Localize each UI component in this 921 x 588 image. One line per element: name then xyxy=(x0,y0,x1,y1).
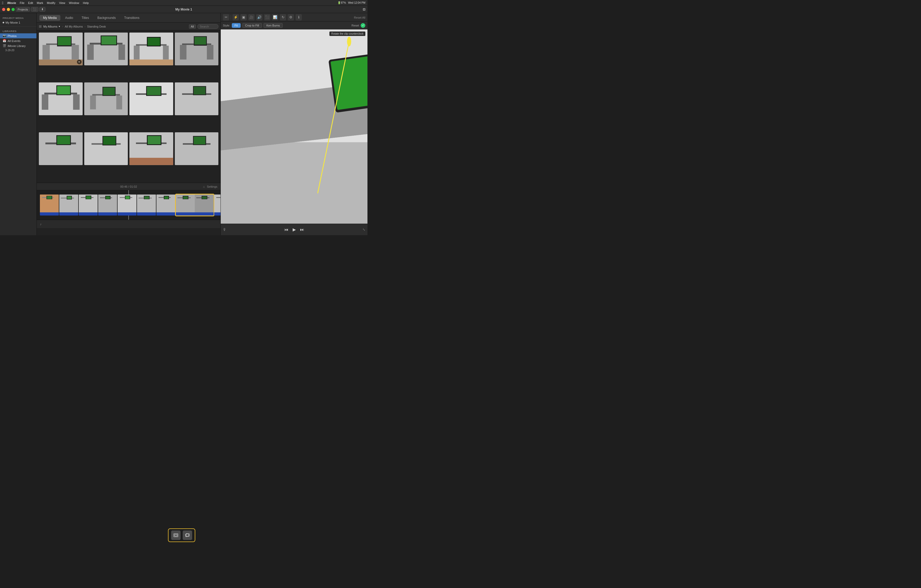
timeline-clip-5[interactable] xyxy=(117,194,137,215)
photo-thumb-3[interactable] xyxy=(129,33,173,65)
battery-icon: 🔋97% xyxy=(337,1,346,4)
svg-rect-41 xyxy=(147,87,161,95)
timeline-time: 00:46 / 01:02 xyxy=(120,185,137,188)
app-wrapper:  iMovie File Edit Mark Modify View Wind… xyxy=(0,0,368,235)
titlebar: Projects ⬛ ⬇ My Movie 1 ⊡ xyxy=(0,6,368,13)
grid-view-icon[interactable]: ⊞ xyxy=(39,24,42,28)
menubar-right: 🔋97% Wed 12:04 PM xyxy=(337,1,365,4)
top-nav: My Media Audio Titles Backgrounds Transi… xyxy=(37,13,220,23)
apple-menu[interactable]:  xyxy=(2,1,3,5)
crop-tool-btn[interactable]: ✂ xyxy=(223,14,229,21)
svg-rect-82 xyxy=(125,196,130,199)
menu-mark[interactable]: Mark xyxy=(37,1,43,5)
menu-modify[interactable]: Modify xyxy=(47,1,55,5)
view-toggle-button[interactable]: ⬛ xyxy=(31,7,38,11)
photo-thumb-9[interactable] xyxy=(39,132,83,165)
photo-thumb-10[interactable] xyxy=(84,132,128,165)
svg-rect-108 xyxy=(221,142,368,224)
style-label: Style: xyxy=(223,24,230,27)
play-pause-btn[interactable]: ▶ xyxy=(293,227,296,232)
minimize-button[interactable] xyxy=(7,8,10,11)
camera-tool-btn[interactable]: 🎥 xyxy=(248,14,255,21)
expand-btn[interactable]: ⤡ xyxy=(363,228,365,231)
stats-tool-btn[interactable]: 📊 xyxy=(272,14,278,21)
photo-thumb-2[interactable] xyxy=(84,33,128,65)
body-main: PROJECT MEDIA My Movie 1 LIBRARIES 📷 Pho… xyxy=(0,13,368,235)
crop-to-fill-btn[interactable]: Crop to Fill xyxy=(242,23,262,28)
timeline-clip-1[interactable] xyxy=(40,194,59,215)
add-btn-1[interactable]: + xyxy=(77,60,81,64)
photo-thumb-12[interactable] xyxy=(175,132,219,165)
menu-imovie[interactable]: iMovie xyxy=(7,1,16,5)
sidebar-item-allevents[interactable]: 📅 All Events xyxy=(0,38,36,43)
titlebar-buttons: Projects ⬛ ⬇ xyxy=(16,7,46,11)
fullscreen-button[interactable] xyxy=(11,8,15,11)
done-btn[interactable]: ✓ xyxy=(361,23,365,28)
color-tool-btn[interactable]: ⚡ xyxy=(233,14,239,21)
tab-backgrounds[interactable]: Backgrounds xyxy=(94,15,119,21)
fit-btn[interactable]: Fit xyxy=(232,23,241,28)
sidebar-subitem-date[interactable]: 3-28-20 xyxy=(0,48,36,52)
svg-rect-98 xyxy=(202,196,207,199)
photo-thumb-5[interactable] xyxy=(39,82,83,115)
clip-bar-1 xyxy=(40,212,59,215)
tab-audio[interactable]: Audio xyxy=(62,15,77,21)
photo-thumb-1[interactable]: + xyxy=(39,33,83,65)
svg-rect-37 xyxy=(116,96,122,109)
tab-my-media[interactable]: My Media xyxy=(39,15,60,21)
tab-titles[interactable]: Titles xyxy=(78,15,93,21)
rotate-tool-btn[interactable]: ↻ xyxy=(280,14,286,21)
prev-frame-btn[interactable]: ⏮ xyxy=(284,227,288,232)
fullscreen-icon[interactable]: ⊡ xyxy=(363,8,365,11)
projects-button[interactable]: Projects xyxy=(16,7,30,11)
title: My Movie 1 xyxy=(175,8,192,11)
photo-thumb-6[interactable] xyxy=(84,82,128,115)
filter-dropdown[interactable]: All xyxy=(189,24,196,29)
menu-file[interactable]: File xyxy=(20,1,24,5)
timeline-clip-7[interactable] xyxy=(156,194,175,215)
clip-bar-5 xyxy=(117,212,137,215)
search-input[interactable] xyxy=(197,24,218,29)
sidebar-item-mymovie[interactable]: My Movie 1 xyxy=(0,20,36,25)
photo-thumb-11[interactable] xyxy=(129,132,173,165)
clip-bar-4 xyxy=(98,212,117,215)
clip-bar-8 xyxy=(176,212,214,215)
tab-transitions[interactable]: Transitions xyxy=(120,15,143,21)
my-albums-button[interactable]: My Albums ▼ xyxy=(43,25,61,28)
info-tool-btn[interactable]: ℹ xyxy=(296,14,302,21)
video-tool-btn[interactable]: ▣ xyxy=(241,14,247,21)
svg-rect-78 xyxy=(106,196,110,199)
all-albums-link[interactable]: All My Albums xyxy=(65,25,83,28)
menu-edit[interactable]: Edit xyxy=(28,1,33,5)
photo-thumb-8[interactable] xyxy=(175,82,219,115)
sidebar-item-photos[interactable]: 📷 Photos xyxy=(0,33,36,38)
settings-tool-btn[interactable]: ⚙ xyxy=(288,14,294,21)
timeline-header-right: ⌂ Settings xyxy=(203,185,217,188)
timeline-clip-2[interactable] xyxy=(59,194,78,215)
mic-button[interactable]: 🎙 xyxy=(223,228,226,232)
reset-btn[interactable]: Reset xyxy=(351,24,359,27)
svg-rect-10 xyxy=(101,36,116,45)
photo-thumb-4[interactable] xyxy=(175,33,219,65)
audio-icon[interactable]: ♪ xyxy=(40,222,41,226)
import-button[interactable]: ⬇ xyxy=(39,7,46,11)
timeline-clip-4[interactable] xyxy=(98,194,117,215)
photo-thumb-7[interactable] xyxy=(129,82,173,115)
menu-help[interactable]: Help xyxy=(83,1,89,5)
menu-window[interactable]: Window xyxy=(69,1,79,5)
settings-label[interactable]: Settings xyxy=(207,185,217,188)
next-frame-btn[interactable]: ⏭ xyxy=(300,227,304,232)
viewer-toolbar: ✂ ⚡ ▣ 🎥 🔊 ⬛ 📊 ↻ ⚙ ℹ Reset All xyxy=(221,13,368,21)
speed-tool-btn[interactable]: ⬛ xyxy=(264,14,270,21)
timeline-clip-3[interactable] xyxy=(79,194,98,215)
sidebar-item-imovelibrary[interactable]: 🎬 iMovie Library xyxy=(0,43,36,48)
reset-all-btn[interactable]: Reset All xyxy=(354,16,365,19)
close-button[interactable] xyxy=(2,8,5,11)
timeline-clip-6[interactable] xyxy=(137,194,156,215)
timeline-clip-9[interactable] xyxy=(214,194,220,215)
timeline-clip-8-selected[interactable] xyxy=(176,194,214,215)
menu-view[interactable]: View xyxy=(59,1,65,5)
svg-rect-49 xyxy=(57,136,70,144)
ken-burns-btn[interactable]: Ken Burns xyxy=(264,23,283,28)
audio-tool-btn[interactable]: 🔊 xyxy=(256,14,262,21)
